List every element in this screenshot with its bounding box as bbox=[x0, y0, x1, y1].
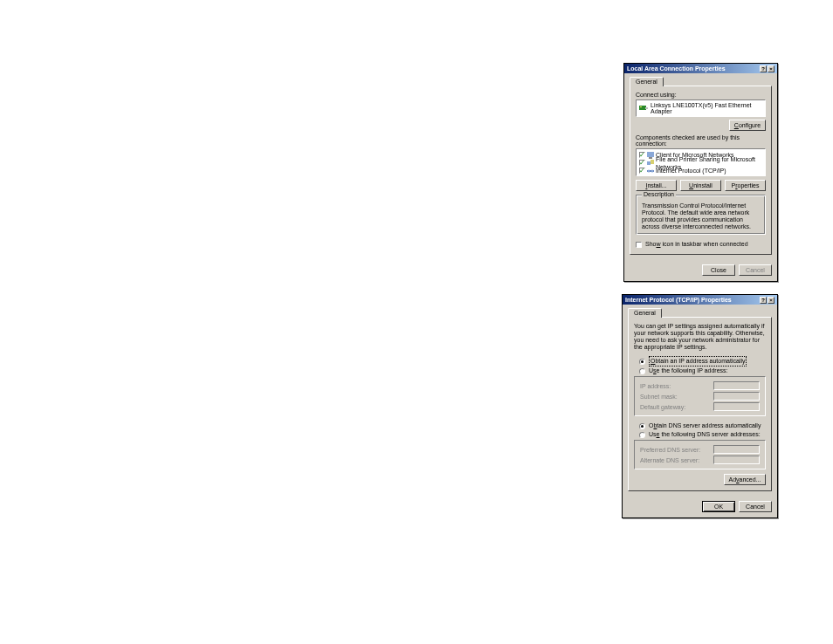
ip-address-field bbox=[713, 381, 760, 390]
default-gateway-label: Default gateway: bbox=[640, 404, 708, 410]
ip-address-label: IP address: bbox=[640, 383, 708, 389]
protocol-icon bbox=[647, 168, 654, 175]
install-button[interactable]: Install... bbox=[636, 180, 677, 191]
cancel-button[interactable]: Cancel bbox=[739, 501, 772, 512]
svg-rect-1 bbox=[640, 106, 642, 107]
close-button[interactable]: × bbox=[768, 65, 774, 72]
local-area-connection-properties-dialog: Local Area Connection Properties ? × Gen… bbox=[623, 63, 778, 282]
configure-button[interactable]: Configure bbox=[729, 120, 766, 131]
radio-obtain-dns-auto-label: Obtain DNS server address automatically bbox=[649, 421, 761, 430]
tab-general[interactable]: General bbox=[628, 308, 662, 318]
help-button[interactable]: ? bbox=[760, 297, 767, 304]
titlebar[interactable]: Internet Protocol (TCP/IP) Properties ? … bbox=[623, 295, 777, 305]
default-gateway-field bbox=[713, 402, 760, 411]
radio-use-following-dns[interactable] bbox=[639, 432, 645, 438]
radio-obtain-ip-auto[interactable] bbox=[639, 359, 645, 365]
description-legend: Description bbox=[642, 191, 676, 197]
subnet-mask-label: Subnet mask: bbox=[640, 394, 708, 400]
list-item[interactable]: File and Printer Sharing for Microsoft N… bbox=[639, 159, 762, 167]
svg-rect-4 bbox=[649, 157, 652, 159]
alternate-dns-field bbox=[713, 456, 760, 464]
svg-rect-3 bbox=[647, 152, 654, 157]
preferred-dns-label: Preferred DNS server: bbox=[640, 447, 708, 453]
show-icon-label: Show icon in taskbar when connected bbox=[645, 240, 748, 249]
intro-text: You can get IP settings assigned automat… bbox=[634, 323, 766, 351]
window-title: Internet Protocol (TCP/IP) Properties bbox=[625, 297, 732, 303]
checkbox[interactable] bbox=[639, 168, 645, 174]
svg-rect-5 bbox=[647, 161, 651, 165]
components-listbox[interactable]: Client for Microsoft Networks File and P… bbox=[636, 148, 766, 176]
svg-rect-6 bbox=[651, 160, 654, 164]
help-button[interactable]: ? bbox=[760, 65, 767, 72]
list-item-label: Internet Protocol (TCP/IP) bbox=[656, 167, 726, 175]
close-button[interactable]: × bbox=[768, 297, 774, 304]
radio-use-following-ip[interactable] bbox=[639, 368, 645, 374]
window-title: Local Area Connection Properties bbox=[627, 65, 726, 72]
client-icon bbox=[647, 152, 654, 159]
radio-use-following-ip-label: Use the following IP address: bbox=[649, 367, 728, 375]
advanced-button[interactable]: Advanced... bbox=[724, 474, 766, 485]
preferred-dns-field bbox=[713, 445, 760, 454]
cancel-dialog-button: Cancel bbox=[739, 264, 772, 276]
adapter-name: Linksys LNE100TX(v5) Fast Ethernet Adapt… bbox=[651, 102, 762, 114]
svg-point-9 bbox=[651, 169, 654, 172]
connect-using-label: Connect using: bbox=[636, 92, 766, 98]
ok-button[interactable]: OK bbox=[702, 501, 735, 512]
alternate-dns-label: Alternate DNS server: bbox=[640, 457, 708, 463]
radio-obtain-dns-auto[interactable] bbox=[639, 423, 645, 429]
properties-button[interactable]: Properties bbox=[725, 180, 766, 191]
radio-obtain-ip-auto-label: Obtain an IP address automatically bbox=[649, 356, 747, 367]
description-text: Transmission Control Protocol/Internet P… bbox=[642, 202, 760, 230]
svg-rect-0 bbox=[639, 106, 646, 110]
components-label: Components checked are used by this conn… bbox=[636, 134, 766, 147]
svg-rect-2 bbox=[645, 107, 648, 109]
description-group: Description Transmission Control Protoco… bbox=[636, 195, 766, 235]
nic-icon bbox=[639, 105, 648, 112]
tab-general[interactable]: General bbox=[630, 77, 664, 86]
subnet-mask-field bbox=[713, 392, 760, 401]
checkbox[interactable] bbox=[639, 152, 645, 158]
radio-use-following-dns-label: Use the following DNS server addresses: bbox=[649, 430, 761, 439]
svg-point-8 bbox=[648, 169, 651, 172]
uninstall-button[interactable]: Uninstall bbox=[680, 180, 721, 191]
dns-fields-group: Preferred DNS server: Alternate DNS serv… bbox=[634, 440, 766, 469]
checkbox[interactable] bbox=[639, 160, 645, 166]
show-icon-checkbox[interactable] bbox=[636, 242, 642, 248]
adapter-field: Linksys LNE100TX(v5) Fast Ethernet Adapt… bbox=[636, 99, 766, 117]
ip-fields-group: IP address: Subnet mask: Default gateway… bbox=[634, 376, 766, 416]
tcpip-properties-dialog: Internet Protocol (TCP/IP) Properties ? … bbox=[622, 294, 778, 518]
titlebar[interactable]: Local Area Connection Properties ? × bbox=[624, 64, 777, 73]
share-icon bbox=[647, 160, 654, 167]
close-dialog-button[interactable]: Close bbox=[702, 264, 735, 276]
